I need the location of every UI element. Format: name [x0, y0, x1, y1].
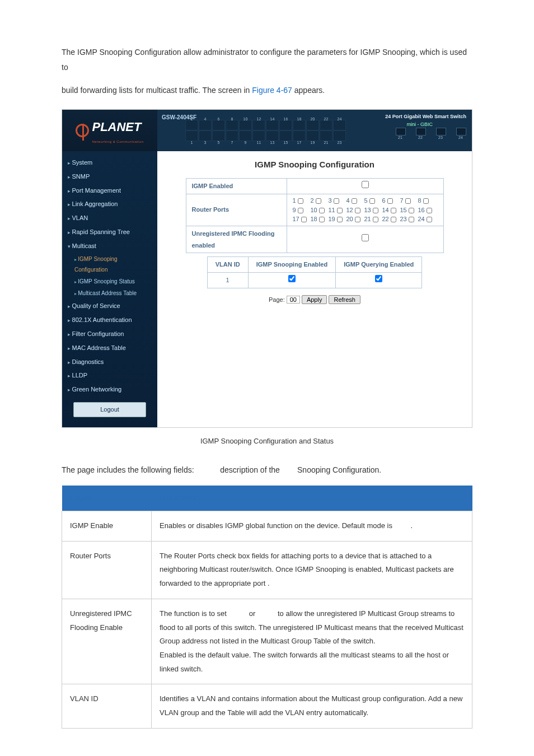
- figure-ref-link[interactable]: Figure 4-67: [252, 86, 292, 95]
- desc-vlan-id: Identifies a VLAN and contains informati…: [152, 684, 472, 728]
- router-port-checkbox-22[interactable]: [391, 217, 396, 222]
- page-title: IGMP Snooping Configuration: [168, 157, 461, 173]
- router-port-checkbox-5[interactable]: [369, 198, 375, 204]
- desc-igmp-enable: Enables or disables IGMP global function…: [152, 511, 472, 542]
- router-port-checkbox-23[interactable]: [409, 217, 414, 222]
- vlan-snoop-checkbox[interactable]: [288, 275, 296, 282]
- router-port-checkbox-8[interactable]: [423, 198, 429, 204]
- port-num-top: 6: [212, 115, 225, 123]
- page-label: Page:: [269, 296, 285, 303]
- router-port-checkbox-15[interactable]: [409, 208, 414, 213]
- router-port-checkbox-1[interactable]: [298, 198, 303, 204]
- port-num-top: 14: [266, 115, 279, 123]
- nav-item[interactable]: VLAN: [62, 211, 157, 225]
- port-num-bot: 7: [226, 139, 238, 146]
- nav-subitem[interactable]: Multicast Address Table: [62, 287, 157, 299]
- port-block: [333, 120, 346, 141]
- router-ports-grid: 1 2 3 4 5 6 7 8 9 10 11 12 13 14 15 16 1…: [287, 194, 443, 226]
- port-num-bot: 13: [266, 139, 279, 146]
- port-num-top: 8: [226, 115, 238, 123]
- nav-item[interactable]: System: [62, 156, 157, 170]
- gbic-port: [396, 128, 406, 136]
- table-header-description: Description: [152, 486, 472, 511]
- port-block: [199, 120, 212, 141]
- port-block: [226, 120, 238, 141]
- nav-item[interactable]: Quality of Service: [62, 299, 157, 313]
- router-port-checkbox-6[interactable]: [387, 198, 393, 204]
- router-port-checkbox-11[interactable]: [337, 208, 343, 213]
- port-block: [239, 120, 252, 141]
- intro-line-2: build forwarding lists for multicast tra…: [62, 83, 472, 98]
- vlan-header-query: IGMP Querying Enabled: [336, 257, 422, 273]
- nav-item[interactable]: Rapid Spanning Tree: [62, 225, 157, 239]
- table-row: Unregistered IPMC Flooding Enable The fu…: [62, 599, 472, 684]
- nav-item[interactable]: Multicast: [62, 239, 157, 253]
- nav-item[interactable]: Green Networking: [62, 382, 157, 396]
- nav-item[interactable]: Link Aggregation: [62, 197, 157, 211]
- fields-intro: The page includes the following fields: …: [62, 463, 472, 478]
- router-port-checkbox-9[interactable]: [298, 208, 303, 213]
- router-port-checkbox-3[interactable]: [334, 198, 339, 204]
- apply-button[interactable]: Apply: [302, 295, 327, 304]
- logo-ring-icon: [76, 124, 89, 137]
- port-num-top: 10: [239, 115, 252, 123]
- nav-item[interactable]: Diagnostics: [62, 355, 157, 369]
- router-port-checkbox-14[interactable]: [391, 208, 396, 213]
- vlan-query-checkbox[interactable]: [375, 275, 382, 282]
- port-num-top: 20: [306, 115, 319, 123]
- router-port-checkbox-17[interactable]: [301, 217, 307, 222]
- nav-item[interactable]: MAC Address Table: [62, 341, 157, 355]
- gbic-port: [436, 128, 446, 136]
- port-block: [212, 120, 225, 141]
- nav-item[interactable]: SNMP: [62, 170, 157, 184]
- table-header-object: Object: [62, 486, 152, 511]
- refresh-button[interactable]: Refresh: [329, 295, 360, 304]
- router-port-checkbox-18[interactable]: [319, 217, 325, 222]
- port-num-bot: 17: [293, 139, 306, 146]
- port-block: [320, 120, 332, 141]
- router-port-checkbox-2[interactable]: [316, 198, 321, 204]
- router-port-checkbox-19[interactable]: [337, 217, 343, 222]
- port-block: [279, 120, 292, 141]
- logout-button[interactable]: Logout: [73, 402, 146, 417]
- nav-item[interactable]: 802.1X Authentication: [62, 313, 157, 327]
- logo-subtitle: Networking & Communication: [92, 139, 143, 145]
- router-port-checkbox-12[interactable]: [355, 208, 360, 213]
- unregistered-ipmc-label: Unregistered IPMC Flooding enabled: [186, 226, 287, 253]
- port-num-top: 4: [199, 115, 212, 123]
- unregistered-ipmc-checkbox[interactable]: [362, 234, 369, 241]
- intro-line-1: The IGMP Snooping Configuration allow ad…: [62, 45, 472, 74]
- router-port-checkbox-4[interactable]: [352, 198, 357, 204]
- router-port-checkbox-7[interactable]: [405, 198, 411, 204]
- nav-item[interactable]: Filter Configuration: [62, 327, 157, 341]
- intro-text-b: build forwarding lists for multicast tra…: [62, 86, 252, 95]
- port-num-bot: 9: [239, 139, 252, 146]
- vlan-id-cell: 1: [207, 273, 248, 288]
- router-port-checkbox-13[interactable]: [373, 208, 378, 213]
- nav-subitem[interactable]: IGMP Snooping Status: [62, 276, 157, 287]
- button-row: Page: Apply Refresh: [168, 294, 461, 306]
- port-num-top: 2: [185, 115, 198, 123]
- router-port-checkbox-20[interactable]: [355, 217, 360, 222]
- igmp-enabled-checkbox[interactable]: [362, 181, 369, 188]
- port-block: [293, 120, 306, 141]
- router-port-checkbox-24[interactable]: [427, 217, 432, 222]
- vlan-table: VLAN ID IGMP Snooping Enabled IGMP Query…: [207, 256, 423, 288]
- router-port-checkbox-21[interactable]: [373, 217, 378, 222]
- router-port-checkbox-16[interactable]: [427, 208, 432, 213]
- nav-item[interactable]: LLDP: [62, 368, 157, 382]
- sidebar-nav: SystemSNMPPort ManagementLink Aggregatio…: [62, 151, 157, 427]
- nav-item[interactable]: Port Management: [62, 184, 157, 198]
- object-description-table: Object Description IGMP Enable Enables o…: [62, 486, 472, 728]
- port-num-bot: 23: [333, 139, 346, 146]
- router-port-checkbox-10[interactable]: [319, 208, 325, 213]
- page-input[interactable]: [287, 296, 300, 304]
- vlan-header-snoop: IGMP Snooping Enabled: [248, 257, 336, 273]
- igmp-enabled-label: IGMP Enabled: [186, 179, 287, 194]
- figure-caption: IGMP Snooping Configuration and Status: [62, 435, 472, 449]
- port-num-top: 18: [293, 115, 306, 123]
- desc-router-ports: The Router Ports check box fields for at…: [152, 541, 472, 599]
- nav-subitem[interactable]: IGMP Snooping Configuration: [62, 253, 157, 276]
- port-num-bot: 11: [252, 139, 265, 146]
- brand-logo: PLANET Networking & Communication: [62, 110, 157, 151]
